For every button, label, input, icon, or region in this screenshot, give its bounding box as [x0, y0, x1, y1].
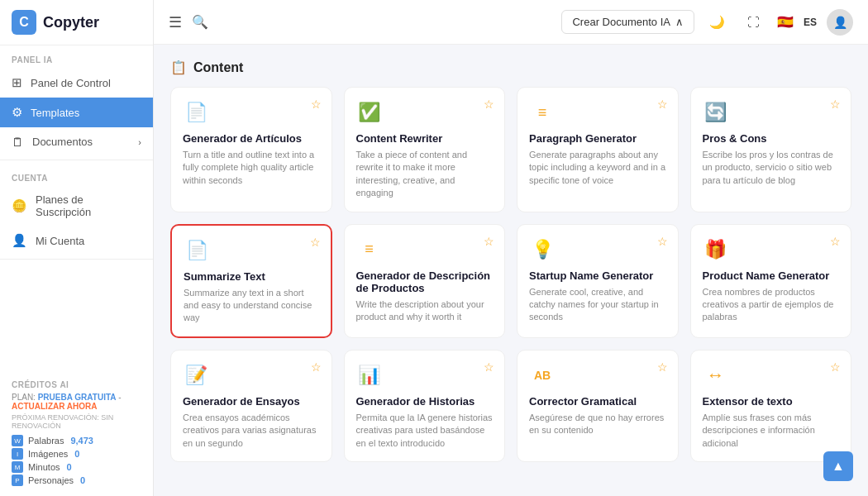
card-title: Summarize Text: [184, 270, 319, 283]
card-title: Generador de Historias: [356, 395, 494, 408]
summarize-icon: 📄: [186, 240, 208, 261]
doc-icon: 🗒: [12, 135, 24, 149]
card-content-rewriter[interactable]: ☆ ✅ Content Rewriter Take a piece of con…: [344, 87, 506, 212]
card-icon: 🪙: [12, 198, 27, 213]
section-header: 📋 Content: [170, 60, 851, 75]
chevron-up-icon: ∧: [675, 16, 684, 28]
card-generador-historias[interactable]: ☆ 📊 Generador de Historias Permita que l…: [344, 350, 506, 462]
card-icon-wrap: ≡: [529, 99, 556, 126]
card-desc: Permita que la IA genere historias creat…: [356, 412, 494, 450]
user-icon: 👤: [12, 233, 27, 248]
star-icon[interactable]: ☆: [311, 98, 322, 111]
card-icon-wrap: AB: [529, 362, 556, 389]
plan-update-link[interactable]: ACTUALIZAR AHORA: [12, 402, 98, 411]
card-generador-ensayos[interactable]: ☆ 📝 Generador de Ensayos Crea ensayos ac…: [170, 350, 332, 462]
card-generador-articulos[interactable]: ☆ 📄 Generador de Artículos Turn a title …: [170, 87, 332, 212]
descripcion-icon: ≡: [365, 241, 374, 258]
card-title: Paragraph Generator: [529, 132, 666, 145]
star-icon[interactable]: ☆: [484, 360, 494, 374]
main-content: 📋 Content ☆ 📄 Generador de Artículos Tur…: [154, 45, 868, 496]
credits-section: CRÉDITOS AI PLAN: PRUEBA GRATUITA - ACTU…: [0, 372, 153, 496]
card-desc: Amplíe sus frases con más descripciones …: [703, 412, 840, 450]
arrow-up-icon: ▲: [832, 459, 845, 474]
card-title: Corrector Gramatical: [529, 395, 666, 408]
divider2: [0, 259, 153, 260]
scroll-up-button[interactable]: ▲: [823, 451, 853, 481]
star-icon[interactable]: ☆: [310, 236, 321, 249]
historias-icon: 📊: [358, 365, 380, 386]
hamburger-icon[interactable]: ☰: [169, 13, 182, 31]
card-title: Generador de Artículos: [183, 132, 320, 145]
star-icon[interactable]: ☆: [657, 360, 668, 374]
sidebar-item-planes[interactable]: 🪙 Planes de Suscripción: [0, 186, 153, 226]
card-summarize-text[interactable]: ☆ 📄 Summarize Text Summarize any text in…: [170, 224, 332, 338]
section-title: Content: [193, 60, 243, 75]
star-icon[interactable]: ☆: [830, 360, 841, 374]
star-icon[interactable]: ☆: [657, 98, 668, 111]
crear-documento-button[interactable]: Crear Documento IA ∧: [561, 10, 694, 34]
card-title: Startup Name Generator: [529, 269, 666, 282]
cards-row-3: ☆ 📝 Generador de Ensayos Crea ensayos ac…: [170, 350, 851, 462]
plan-line: PLAN: PRUEBA GRATUITA - ACTUALIZAR AHORA: [12, 393, 141, 411]
minutos-value: 0: [67, 462, 72, 472]
card-desc: Turn a title and outline text into a ful…: [183, 149, 320, 187]
card-icon-wrap: 📄: [184, 237, 210, 264]
card-icon-wrap: 💡: [529, 236, 556, 263]
card-icon-wrap: 🔄: [703, 99, 729, 126]
card-extensor-texto[interactable]: ☆ ↔ Extensor de texto Amplíe sus frases …: [690, 350, 852, 462]
card-icon-wrap: ↔: [703, 362, 729, 389]
card-title: Extensor de texto: [703, 395, 840, 408]
plan-label: PLAN:: [12, 393, 36, 402]
card-startup-name[interactable]: ☆ 💡 Startup Name Generator Generate cool…: [517, 224, 679, 338]
pros-cons-icon: 🔄: [704, 102, 727, 123]
panel-section-label: PANEL IA: [0, 45, 153, 68]
sidebar-item-micuenta[interactable]: 👤 Mi Cuenta: [0, 226, 153, 255]
dark-mode-toggle[interactable]: 🌙: [704, 9, 731, 36]
avatar[interactable]: 👤: [827, 9, 853, 36]
credits-personajes: P Personajes 0: [12, 475, 141, 486]
sidebar: C Copyter PANEL IA ⊞ Panel de Control ⚙ …: [0, 0, 154, 496]
imagenes-value: 0: [74, 449, 79, 459]
extensor-icon: ↔: [707, 365, 725, 386]
card-title: Generador de Ensayos: [183, 395, 320, 408]
card-generador-descripcion[interactable]: ☆ ≡ Generador de Descripción de Producto…: [344, 224, 506, 338]
credits-palabras: W Palabras 9,473: [12, 435, 141, 446]
cards-row-2: ☆ 📄 Summarize Text Summarize any text in…: [170, 224, 851, 338]
startup-icon: 💡: [532, 239, 554, 260]
lang-label[interactable]: ES: [804, 17, 817, 28]
card-corrector-gramatical[interactable]: ☆ AB Corrector Gramatical Asegúrese de q…: [517, 350, 679, 462]
star-icon[interactable]: ☆: [484, 235, 494, 248]
paragraph-icon: ≡: [538, 104, 547, 122]
imagenes-label: Imágenes: [28, 449, 68, 459]
card-desc: Escribe los pros y los contras de un pro…: [703, 149, 840, 187]
credits-imagenes: I Imágenes 0: [12, 448, 141, 460]
card-pros-cons[interactable]: ☆ 🔄 Pros & Cons Escribe los pros y los c…: [690, 87, 852, 212]
fullscreen-toggle[interactable]: ⛶: [741, 9, 767, 36]
divider: [0, 160, 153, 160]
card-title: Content Rewriter: [356, 132, 494, 145]
renov-line: PRÓXIMA RENOVACIÓN: SIN RENOVACIÓN: [12, 413, 141, 430]
flag-icon: 🇪🇸: [777, 14, 794, 30]
card-icon-wrap: ≡: [356, 236, 383, 263]
star-icon[interactable]: ☆: [484, 98, 494, 111]
card-title: Product Name Generator: [703, 269, 840, 282]
card-title: Pros & Cons: [703, 132, 840, 145]
sidebar-item-micuenta-label: Mi Cuenta: [36, 235, 84, 247]
sidebar-item-documentos-label: Documentos: [32, 136, 93, 148]
sidebar-item-templates[interactable]: ⚙ Templates: [0, 98, 153, 127]
star-icon[interactable]: ☆: [657, 235, 668, 248]
minutos-icon: M: [12, 461, 23, 473]
card-paragraph-generator[interactable]: ☆ ≡ Paragraph Generator Generate paragra…: [517, 87, 679, 212]
star-icon[interactable]: ☆: [311, 360, 322, 374]
card-product-name[interactable]: ☆ 🎁 Product Name Generator Crea nombres …: [690, 224, 852, 338]
card-icon-wrap: ✅: [356, 99, 383, 126]
sidebar-item-panel[interactable]: ⊞ Panel de Control: [0, 68, 153, 98]
search-icon[interactable]: 🔍: [192, 14, 208, 30]
header: ☰ 🔍 Crear Documento IA ∧ 🌙 ⛶ 🇪🇸 ES 👤: [154, 0, 868, 45]
star-icon[interactable]: ☆: [830, 235, 841, 248]
star-icon[interactable]: ☆: [830, 98, 841, 111]
personajes-icon: P: [12, 475, 23, 486]
card-icon-wrap: 📝: [183, 362, 209, 389]
cuenta-section-label: CUENTA: [0, 164, 153, 186]
sidebar-item-documentos[interactable]: 🗒 Documentos ›: [0, 127, 153, 156]
